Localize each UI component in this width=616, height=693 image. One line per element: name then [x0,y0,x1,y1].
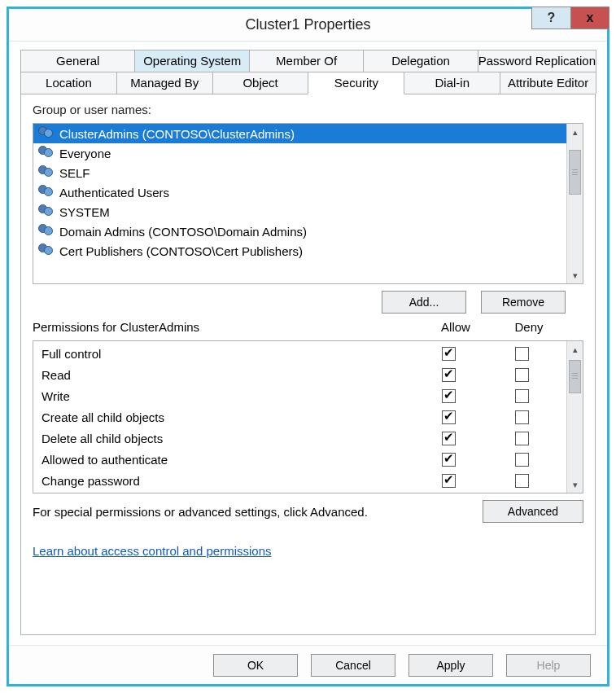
deny-checkbox[interactable] [515,347,529,361]
tab-delegation[interactable]: Delegation [363,50,478,72]
scroll-track[interactable] [567,140,583,267]
allow-checkbox[interactable] [442,347,456,361]
permission-name: Allowed to authenticate [42,453,412,467]
group-button-row: Add... Remove [33,291,583,314]
scroll-up-button[interactable]: ▴ [567,124,583,140]
allow-checkbox[interactable] [442,368,456,382]
scroll-down-button[interactable]: ▾ [567,267,583,283]
advanced-button[interactable]: Advanced [483,500,583,523]
group-listbox[interactable]: ClusterAdmins (CONTOSO\ClusterAdmins)Eve… [33,123,583,284]
group-item-label: Domain Admins (CONTOSO\Domain Admins) [59,225,307,239]
permissions-header: Permissions for ClusterAdmins Allow Deny [33,320,583,334]
close-button[interactable]: x [570,7,609,29]
group-list-label: Group or user names: [33,103,583,116]
deny-checkbox[interactable] [515,368,529,382]
tab-password-replication[interactable]: Password Replication [478,50,596,72]
permissions-scrollbar[interactable]: ▴ ▾ [566,341,583,493]
tab-object[interactable]: Object [212,72,309,94]
help-button[interactable]: ? [531,7,570,29]
permission-row: Create all child objects [33,406,566,428]
tab-attribute-editor[interactable]: Attribute Editor [500,72,596,94]
people-icon [37,224,55,239]
titlebar: Cluster1 Properties ? x [9,9,607,42]
apply-button[interactable]: Apply [408,654,493,677]
security-tab-panel: Group or user names: ClusterAdmins (CONT… [20,94,596,635]
tabs-row-1: GeneralOperating SystemMember OfDelegati… [20,50,596,72]
deny-checkbox[interactable] [515,474,529,488]
remove-button[interactable]: Remove [481,291,566,314]
deny-column-header: Deny [492,320,566,334]
group-item-label: Cert Publishers (CONTOSO\Cert Publishers… [59,244,303,258]
tab-location[interactable]: Location [20,72,117,94]
group-list-scrollbar[interactable]: ▴ ▾ [566,124,583,283]
scroll-down-button[interactable]: ▾ [567,476,583,493]
permission-row: Change password [33,470,566,491]
learn-link[interactable]: Learn about access control and permissio… [33,544,583,558]
group-item-label: Authenticated Users [59,186,169,200]
permission-row: Delete all child objects [33,428,566,449]
permission-name: Change password [42,474,412,488]
permission-row: Allowed to authenticate [33,449,566,470]
deny-checkbox[interactable] [515,432,529,445]
advanced-row: For special permissions or advanced sett… [33,500,583,523]
group-item-label: SYSTEM [59,205,110,219]
tab-security[interactable]: Security [308,72,404,94]
help-button[interactable]: Help [506,654,591,677]
special-permissions-text: For special permissions or advanced sett… [33,505,368,519]
group-list-item[interactable]: Everyone [33,143,566,163]
scroll-thumb[interactable] [569,360,581,393]
allow-checkbox[interactable] [442,389,456,403]
permission-name: Full control [42,347,412,361]
deny-checkbox[interactable] [515,453,529,467]
properties-dialog: Cluster1 Properties ? x GeneralOperating… [7,7,609,686]
tab-member-of[interactable]: Member Of [249,50,364,72]
client-area: GeneralOperating SystemMember OfDelegati… [9,42,607,645]
window-title: Cluster1 Properties [9,16,607,33]
scroll-track[interactable] [567,357,583,476]
group-item-label: Everyone [59,147,111,160]
group-item-label: SELF [59,166,90,180]
tab-general[interactable]: General [20,50,135,72]
allow-checkbox[interactable] [442,474,456,488]
tab-operating-system[interactable]: Operating System [134,50,249,72]
cancel-button[interactable]: Cancel [311,654,395,677]
deny-checkbox[interactable] [515,410,529,424]
tab-managed-by[interactable]: Managed By [116,72,213,94]
allow-checkbox[interactable] [442,453,456,467]
allow-column-header: Allow [419,320,492,334]
people-icon [37,165,55,180]
ok-button[interactable]: OK [213,654,298,677]
people-icon [37,243,55,258]
group-list-item[interactable]: Domain Admins (CONTOSO\Domain Admins) [33,221,566,241]
permission-name: Write [42,389,412,403]
tabs-row-2: LocationManaged ByObjectSecurityDial-inA… [20,72,596,94]
permission-row: Full control [33,343,566,364]
permission-name: Create all child objects [42,410,412,424]
permission-row: Write [33,385,566,406]
group-list-item[interactable]: ClusterAdmins (CONTOSO\ClusterAdmins) [33,124,566,143]
deny-checkbox[interactable] [515,389,529,403]
people-icon [37,204,55,219]
group-list-item[interactable]: Cert Publishers (CONTOSO\Cert Publishers… [33,241,566,261]
permission-row: Read [33,364,566,385]
people-icon [37,185,55,200]
allow-checkbox[interactable] [442,410,456,424]
scroll-thumb[interactable] [569,150,581,195]
tab-dial-in[interactable]: Dial-in [404,72,500,94]
permission-name: Delete all child objects [42,432,412,445]
permissions-listbox[interactable]: Full controlReadWriteCreate all child ob… [33,340,583,493]
scroll-up-button[interactable]: ▴ [567,341,583,357]
group-list-item[interactable]: Authenticated Users [33,182,566,202]
titlebar-buttons: ? x [531,7,609,29]
add-button[interactable]: Add... [382,291,466,314]
group-list-item[interactable]: SELF [33,163,566,182]
people-icon [37,146,55,160]
permissions-for-label: Permissions for ClusterAdmins [33,320,199,334]
allow-checkbox[interactable] [442,432,456,445]
group-item-label: ClusterAdmins (CONTOSO\ClusterAdmins) [59,127,295,141]
dialog-button-bar: OK Cancel Apply Help [9,645,607,684]
group-list-item[interactable]: SYSTEM [33,202,566,221]
people-icon [37,126,55,141]
permission-name: Read [42,368,412,382]
